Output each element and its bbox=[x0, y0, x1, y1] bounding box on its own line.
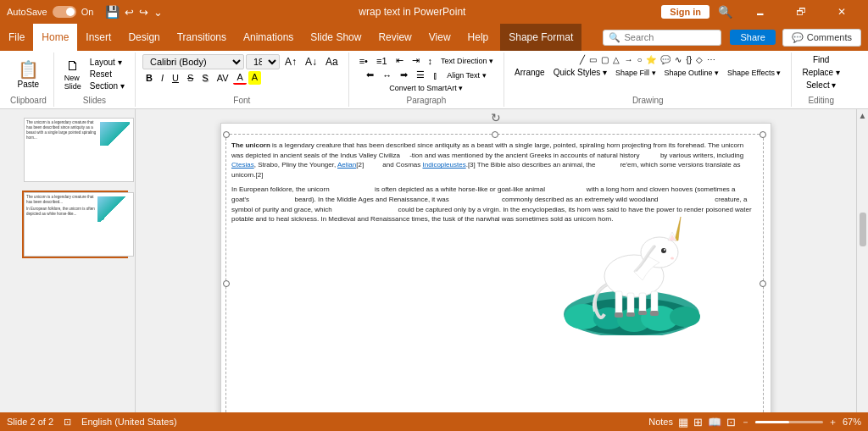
tab-home[interactable]: Home bbox=[33, 24, 77, 51]
arrow-shape[interactable]: → bbox=[622, 54, 634, 65]
align-left-button[interactable]: ⬅ bbox=[363, 69, 377, 81]
tab-design[interactable]: Design bbox=[120, 24, 168, 51]
tab-review[interactable]: Review bbox=[370, 24, 420, 51]
shape-outline-button[interactable]: Shape Outline ▾ bbox=[661, 68, 723, 78]
tab-animations[interactable]: Animations bbox=[235, 24, 302, 51]
signin-button[interactable]: Sign in bbox=[661, 5, 709, 19]
tab-shape-format[interactable]: Shape Format bbox=[500, 24, 581, 51]
zoom-slider[interactable] bbox=[755, 421, 823, 423]
find-button[interactable]: Find bbox=[810, 54, 832, 65]
numbering-button[interactable]: ≡1 bbox=[373, 55, 391, 67]
view-slide-sorter-button[interactable]: ⊞ bbox=[693, 416, 703, 428]
line-shape[interactable]: ╱ bbox=[578, 54, 587, 65]
view-normal-button[interactable]: ▦ bbox=[678, 416, 688, 428]
save-icon[interactable]: 💾 bbox=[105, 5, 120, 19]
close-button[interactable]: ✕ bbox=[822, 0, 861, 24]
tab-insert[interactable]: Insert bbox=[77, 24, 120, 51]
redo-icon[interactable]: ↪ bbox=[139, 6, 148, 19]
columns-button[interactable]: ⫿ bbox=[430, 69, 442, 81]
quick-styles-button[interactable]: Quick Styles ▾ bbox=[550, 67, 610, 78]
comments-button[interactable]: 💬 Comments bbox=[782, 29, 861, 47]
align-center-button[interactable]: ↔ bbox=[379, 69, 395, 81]
handle-tl[interactable] bbox=[223, 131, 230, 138]
more-icon[interactable]: ⌄ bbox=[153, 6, 163, 19]
search-input[interactable] bbox=[624, 32, 717, 42]
arrange-button[interactable]: Arrange bbox=[511, 67, 548, 78]
reset-button[interactable]: Reset bbox=[86, 69, 128, 80]
section-button[interactable]: Section ▾ bbox=[86, 80, 128, 91]
fit-slide-button[interactable]: ⊡ bbox=[726, 416, 736, 428]
tab-help[interactable]: Help bbox=[459, 24, 498, 51]
paste-button[interactable]: 📋 Paste bbox=[14, 58, 43, 91]
align-text-button[interactable]: Align Text ▾ bbox=[443, 70, 489, 80]
new-slide-button[interactable]: 🗋 NewSlide bbox=[61, 57, 85, 92]
scroll-thumb[interactable] bbox=[860, 213, 866, 246]
decrease-font-button[interactable]: A↓ bbox=[302, 55, 320, 69]
increase-indent-button[interactable]: ⇥ bbox=[409, 54, 423, 67]
font-color-button[interactable]: A bbox=[233, 71, 246, 85]
minus-zoom-button[interactable]: － bbox=[741, 416, 750, 428]
vertical-scrollbar[interactable]: ▲ ▼ bbox=[856, 109, 868, 431]
tab-transitions[interactable]: Transitions bbox=[169, 24, 235, 51]
tab-file[interactable]: File bbox=[0, 24, 33, 51]
bold-button[interactable]: B bbox=[142, 72, 156, 84]
font-family-select[interactable]: Calibri (Body) bbox=[142, 54, 244, 69]
tab-slideshow[interactable]: Slide Show bbox=[302, 24, 370, 51]
rect-shape[interactable]: ▭ bbox=[587, 54, 598, 65]
search-box[interactable]: 🔍 bbox=[603, 30, 721, 46]
justify-button[interactable]: ☰ bbox=[413, 69, 428, 81]
change-case-button[interactable]: Aa bbox=[322, 55, 342, 69]
search-icon[interactable]: 🔍 bbox=[718, 5, 732, 19]
scroll-up-button[interactable]: ▲ bbox=[859, 111, 867, 120]
indicopleustes-link[interactable]: Indicopleustes bbox=[423, 161, 466, 169]
triangle-shape[interactable]: △ bbox=[611, 54, 621, 65]
circle-shape[interactable]: ○ bbox=[635, 54, 643, 65]
line-spacing-button[interactable]: ↕ bbox=[425, 55, 437, 67]
select-button[interactable]: Select ▾ bbox=[803, 80, 840, 91]
italic-button[interactable]: I bbox=[158, 72, 167, 84]
font-size-select[interactable]: 18 bbox=[246, 54, 280, 69]
slide-1-thumb[interactable]: The unicorn is a legendary creature that… bbox=[22, 116, 128, 184]
scroll-track[interactable] bbox=[859, 120, 867, 428]
tab-view[interactable]: View bbox=[420, 24, 459, 51]
slide-canvas[interactable]: The unicorn is a legendary creature that… bbox=[220, 123, 771, 431]
rounded-rect-shape[interactable]: ▢ bbox=[599, 54, 610, 65]
shape-fill-button[interactable]: Shape Fill ▾ bbox=[612, 68, 659, 78]
aelian-link[interactable]: Aelian bbox=[337, 161, 356, 169]
replace-button[interactable]: Replace ▾ bbox=[798, 67, 843, 78]
align-right-button[interactable]: ➡ bbox=[397, 69, 411, 81]
callout-shape[interactable]: 💬 bbox=[659, 54, 672, 65]
shadow-button[interactable]: S bbox=[198, 72, 211, 84]
autosave-toggle[interactable] bbox=[53, 6, 76, 18]
strikethrough-button[interactable]: S bbox=[184, 72, 197, 84]
ctesias-link[interactable]: Ctesias bbox=[231, 161, 254, 169]
char-spacing-button[interactable]: AV bbox=[214, 72, 232, 84]
underline-button[interactable]: U bbox=[169, 72, 182, 84]
shape-effects-button[interactable]: Shape Effects ▾ bbox=[724, 68, 784, 78]
increase-font-button[interactable]: A↑ bbox=[281, 55, 300, 69]
highlight-color-button[interactable]: A bbox=[248, 71, 261, 85]
handle-mr[interactable] bbox=[760, 280, 766, 287]
diamond-shape[interactable]: ◇ bbox=[694, 54, 704, 65]
brace-shape[interactable]: {} bbox=[684, 54, 693, 65]
slide-2-thumb[interactable]: The unicorn is a legendary creature that… bbox=[22, 191, 128, 258]
decrease-indent-button[interactable]: ⇤ bbox=[392, 54, 407, 67]
notes-button[interactable]: Notes bbox=[648, 417, 673, 427]
smartart-button[interactable]: Convert to SmartArt ▾ bbox=[386, 83, 466, 93]
curve-shape[interactable]: ∿ bbox=[673, 54, 683, 65]
text-direction-button[interactable]: Text Direction ▾ bbox=[437, 56, 497, 66]
restore-button[interactable]: 🗗 bbox=[782, 0, 821, 24]
zoom-level[interactable]: 67% bbox=[843, 417, 861, 427]
handle-ml[interactable] bbox=[223, 280, 230, 287]
minimize-button[interactable]: 🗕 bbox=[741, 0, 780, 24]
star-shape[interactable]: ⭐ bbox=[644, 54, 658, 65]
layout-button[interactable]: Layout ▾ bbox=[86, 57, 128, 68]
undo-icon[interactable]: ↩ bbox=[125, 6, 134, 19]
more-shapes[interactable]: ⋯ bbox=[705, 54, 717, 65]
plus-zoom-button[interactable]: ＋ bbox=[828, 416, 837, 428]
share-button[interactable]: Share bbox=[730, 30, 775, 45]
bullets-button[interactable]: ≡• bbox=[356, 55, 371, 67]
view-reading-button[interactable]: 📖 bbox=[708, 416, 721, 428]
handle-tm[interactable] bbox=[492, 131, 498, 138]
handle-tr[interactable] bbox=[760, 131, 766, 138]
